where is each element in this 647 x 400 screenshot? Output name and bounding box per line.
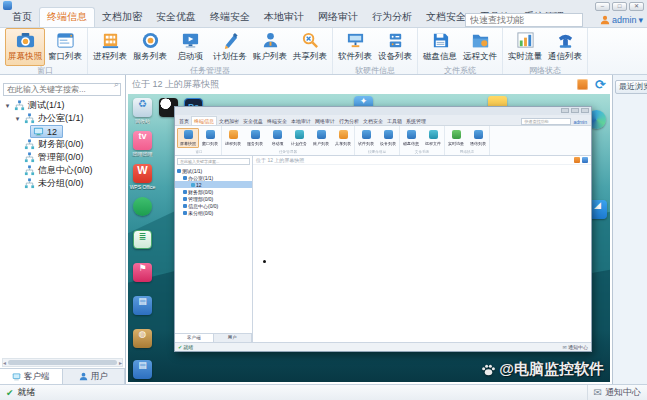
share-list-button[interactable]: 共享列表 — [290, 28, 330, 66]
tab-secure-usb[interactable]: 安全优盘 — [149, 8, 203, 27]
close-button[interactable]: ✕ — [629, 2, 644, 11]
tree-node-info-center[interactable]: 信息中心(0/0) — [0, 164, 125, 177]
scroll-right-icon[interactable]: ▸ — [119, 359, 122, 366]
startup-items-button[interactable]: 启动项 — [170, 28, 210, 66]
tab-doc-encrypt[interactable]: 文档加密 — [95, 8, 149, 27]
mouse-cursor-dot — [263, 260, 266, 263]
minimize-button[interactable]: – — [595, 2, 610, 11]
scheduled-tasks-button[interactable]: 计划任务 — [210, 28, 250, 66]
recent-browse-panel: 最近浏览记录 — [612, 75, 647, 384]
snapshot-panel-title: 位于 12 上的屏幕快照 — [132, 78, 219, 91]
tree-node-ungrouped[interactable]: 未分组(0/0) — [0, 177, 125, 190]
recent-browse-tab[interactable]: 最近浏览记录 — [615, 80, 647, 94]
tab-network-audit[interactable]: 网络审计 — [311, 8, 365, 27]
software-screen-icon — [346, 31, 365, 50]
screen-snapshot-button[interactable]: 屏幕快照 — [5, 28, 45, 66]
service-list-button[interactable]: 服务列表 — [130, 28, 170, 66]
main-panel: 位于 12 上的屏幕快照 ⟳ ♻ 回收站 tv 哔哩哔哩 W WPS Offic… — [126, 75, 612, 384]
group-icon — [14, 100, 25, 111]
device-list-button[interactable]: 设备列表 — [375, 28, 415, 66]
user-caret-icon: ▾ — [638, 15, 643, 25]
process-icon — [101, 31, 120, 50]
folder-icon — [471, 31, 490, 50]
group-icon — [24, 178, 35, 189]
pencil-icon — [221, 31, 240, 50]
realtime-traffic-button[interactable]: 实时流量 — [505, 28, 545, 66]
quick-search-input[interactable] — [465, 13, 583, 27]
notification-center-button[interactable]: ✉ 通知中心 — [587, 385, 641, 400]
startup-monitor-icon — [181, 31, 200, 50]
ready-check-icon: ✔ — [6, 388, 14, 398]
inner-app-window: 首页 终端信息 文档加密 安全优盘 终端安全 本地审计 网络审计 行为分析 文档… — [174, 106, 592, 352]
account-list-button[interactable]: 账户列表 — [250, 28, 290, 66]
scrollbar-thumb[interactable] — [8, 360, 117, 365]
camera-icon — [16, 31, 35, 50]
watermark: @电脑监控软件 — [481, 360, 604, 379]
installer-icon: ◍ — [133, 329, 152, 348]
green-app-icon — [133, 197, 152, 216]
statusbar: ✔ 就绪 ✉ 通知中心 — [0, 384, 647, 400]
group-icon — [24, 113, 35, 124]
ribbon: 屏幕快照 窗口列表 窗口 进程列表 — [0, 28, 647, 75]
tree-expand-icon[interactable]: ▾ — [14, 115, 21, 123]
tree-node-finance[interactable]: 财务部(0/0) — [0, 138, 125, 151]
client-monitor-icon — [12, 372, 21, 381]
scroll-left-icon[interactable]: ◂ — [3, 359, 6, 366]
person-icon — [261, 31, 280, 50]
service-gear-icon — [141, 31, 160, 50]
envelope-icon: ✉ — [594, 387, 602, 398]
word-doc-icon: ▤ — [133, 296, 152, 315]
telephone-icon — [556, 31, 575, 50]
user-name: admin — [612, 15, 637, 25]
status-ready-text: 就绪 — [18, 386, 36, 399]
tab-home[interactable]: 首页 — [5, 8, 39, 27]
save-snapshot-icon[interactable] — [577, 79, 588, 90]
tree-node-terminal-12[interactable]: 12 — [0, 125, 125, 138]
inner-save-snapshot-icon — [574, 157, 580, 163]
user-icon — [79, 372, 88, 381]
window-list-icon — [56, 31, 75, 50]
inner-tab-bar: 首页 终端信息 文档加密 安全优盘 终端安全 本地审计 网络审计 行为分析 文档… — [175, 115, 591, 126]
recycle-bin-icon: ♻ 回收站 — [133, 98, 152, 117]
server-icon — [386, 31, 405, 50]
inner-refresh-icon — [582, 157, 588, 163]
inner-quick-search: 快速查找功能 — [521, 118, 571, 125]
window-list-button[interactable]: 窗口列表 — [45, 28, 85, 66]
tab-terminal-security[interactable]: 终端安全 — [203, 8, 257, 27]
communication-list-button[interactable]: 通信列表 — [545, 28, 585, 66]
bilibili-icon: tv 哔哩哔哩 — [133, 131, 152, 150]
user-menu[interactable]: admin ▾ — [600, 13, 643, 27]
tree-node-management[interactable]: 管理部(0/0) — [0, 151, 125, 164]
sidebar-tab-users[interactable]: 用户 — [63, 369, 126, 384]
spreadsheet-doc-icon: ≣ — [133, 230, 152, 249]
group-icon — [24, 139, 35, 150]
wps-icon: W WPS Office — [133, 164, 152, 183]
inner-main-panel: 位于 12 上的屏幕快照 — [253, 156, 591, 342]
group-icon — [24, 152, 35, 163]
inner-sidebar: 在此输入关键字搜索... 测试(1/1) 办公室(1/1) 12 财务部(0/0… — [175, 156, 253, 342]
user-icon — [600, 15, 610, 25]
tab-local-audit[interactable]: 本地审计 — [257, 8, 311, 27]
tree-expand-icon[interactable]: ▾ — [4, 102, 11, 110]
sidebar-tab-clients[interactable]: 客户端 — [0, 369, 63, 384]
refresh-icon[interactable]: ⟳ — [595, 79, 606, 90]
remote-desktop-screenshot: ♻ 回收站 tv 哔哩哔哩 W WPS Office ≣ ⚑ ▤ ◍ ▤ — [128, 94, 610, 382]
tree-node-office[interactable]: ▾ 办公室(1/1) — [0, 112, 125, 125]
tree-search-input[interactable] — [3, 83, 121, 96]
tab-behavior-analysis[interactable]: 行为分析 — [365, 8, 419, 27]
horizontal-scrollbar[interactable]: ◂ ▸ — [2, 358, 123, 367]
tab-terminal-info[interactable]: 终端信息 — [39, 7, 95, 27]
disk-info-button[interactable]: 磁盘信息 — [420, 28, 460, 66]
terminal-tree-sidebar: ⌕ ▾ 测试(1/1) ▾ 办公室(1/1) 12 财务部(0/0) — [0, 75, 126, 384]
paw-icon — [481, 362, 496, 377]
computer-icon — [33, 126, 44, 137]
process-list-button[interactable]: 进程列表 — [90, 28, 130, 66]
group-icon — [24, 165, 35, 176]
tree-node-root[interactable]: ▾ 测试(1/1) — [0, 99, 125, 112]
floppy-disk-icon — [431, 31, 450, 50]
magnifier-x-icon — [301, 31, 320, 50]
software-list-button[interactable]: 软件列表 — [335, 28, 375, 66]
remote-file-button[interactable]: 远程文件 — [460, 28, 500, 66]
maximize-button[interactable]: □ — [612, 2, 627, 11]
doc-icon: ▤ — [133, 360, 152, 379]
